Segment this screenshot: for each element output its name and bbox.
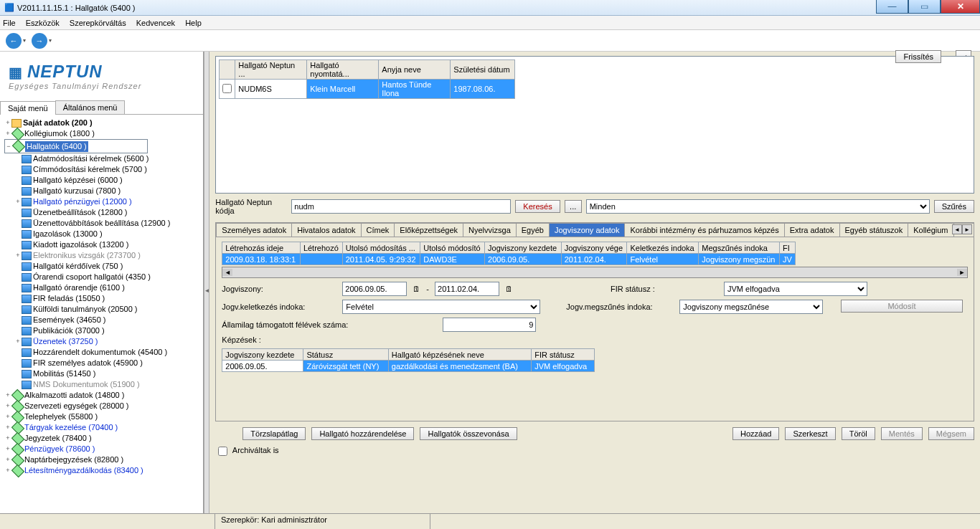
jogv-header[interactable]: Megszűnés indoka [699,242,780,254]
input-jogv-from[interactable] [342,282,407,296]
tree-item[interactable]: Hallgató kurzusai (7800 ) [4,186,202,196]
tab-scroll-left[interactable]: ◄ [952,224,962,234]
select-fir[interactable]: JVM elfogadva [724,282,867,296]
tree-item[interactable]: −Hallgatók (5400 ) [4,139,148,153]
tree-item[interactable]: Üzenetbeállítások (12800 ) [4,207,202,218]
tree-item[interactable]: +Naptárbejegyzések (82800 ) [4,454,202,465]
tree-item[interactable]: +Saját adatok (200 ) [4,118,202,128]
tree-item[interactable]: Külföldi tanulmányok (20500 ) [4,304,202,315]
kepz-header[interactable]: Jogviszony kezdete [222,349,303,361]
tree-item[interactable]: +Jegyzetek (78400 ) [4,433,202,444]
tree-item[interactable]: +Telephelyek (55800 ) [4,411,202,422]
tree-item[interactable]: +Kollégiumok (1800 ) [4,128,202,139]
scroll-right-icon[interactable]: ► [957,269,967,276]
tree-item[interactable]: +Elektronikus vizsgák (273700 ) [4,250,202,261]
detail-tab[interactable]: Jogviszony adatok [549,223,626,237]
detail-tab[interactable]: Hivatalos adatok [291,223,361,237]
nav-back-dropdown[interactable]: ▾ [23,37,26,44]
tree-item[interactable]: Hallgatói kérdőívek (750 ) [4,261,202,272]
edit-button[interactable]: Szerkeszt [785,427,835,440]
tree-item[interactable]: Hozzárendelt dokumentumok (45400 ) [4,347,202,358]
osszevonas-button[interactable]: Hallgatók összevonása [420,427,517,440]
search-more-button[interactable]: ... [565,200,582,213]
minimize-button[interactable]: — [876,0,908,14]
select-megszunes[interactable]: Jogviszony megszűnése [679,300,823,314]
jogv-header[interactable]: Jogviszony kezdete [485,242,562,254]
tab-own-menu[interactable]: Saját menü [0,101,56,115]
jogv-header[interactable]: Létrehozás ideje [222,242,301,254]
tree-item[interactable]: Hallgató képzései (6000 ) [4,175,202,186]
detail-tab[interactable]: Egyéb [516,223,550,237]
tree-item[interactable]: Igazolások (13000 ) [4,229,202,239]
tab-general-menu[interactable]: Általános menü [55,100,126,114]
kepz-header[interactable]: FIR státusz [532,349,595,361]
kepz-header[interactable]: Státusz [303,349,388,361]
jogv-header[interactable]: FI [780,242,796,254]
menu-help[interactable]: Help [185,19,202,27]
menu-fav[interactable]: Kedvencek [136,19,175,27]
torzslap-button[interactable]: Törzslapátlag [242,427,306,440]
scroll-left-icon[interactable]: ◄ [222,269,232,276]
tree-item[interactable]: Mobilitás (51450 ) [4,368,202,379]
splitter[interactable]: ◄ [204,52,209,529]
jogv-header[interactable]: Jogviszony vége [561,242,627,254]
tree-item[interactable]: Kiadott igazolások (13200 ) [4,239,202,250]
detail-tab[interactable]: Kollégium [908,223,953,237]
jogv-header[interactable]: Létrehozó [300,242,342,254]
tree-item[interactable]: +Alkalmazotti adatok (14800 ) [4,390,202,401]
archive-checkbox[interactable] [218,447,227,456]
detail-tab[interactable]: Nyelvvizsga [463,223,517,237]
hozzarendeles-button[interactable]: Hallgató hozzárendelése [311,427,414,440]
row-checkbox[interactable] [222,84,232,93]
detail-tab[interactable]: Egyéb státuszok [839,223,909,237]
col-birth[interactable]: Születési dátum [451,60,515,80]
jogviszony-row[interactable]: 2009.03.18. 18:33:12011.04.05. 9:29:32DA… [222,254,796,265]
input-jogv-to[interactable] [435,282,499,296]
refresh-button[interactable]: Frissítés [895,50,941,63]
nav-forward-dropdown[interactable]: ▾ [49,37,52,44]
tree-item[interactable]: +Szervezeti egységek (28000 ) [4,401,202,411]
cal-icon[interactable]: 🗓 [505,285,513,293]
filter-dropdown[interactable]: Minden [586,199,930,214]
tree-item[interactable]: Publikációk (37000 ) [4,325,202,336]
jogv-header[interactable]: Keletkezés indoka [627,242,699,254]
detail-tab[interactable]: Címek [361,223,395,237]
kepzesek-grid[interactable]: Jogviszony kezdeteStátuszHallgató képzés… [222,348,968,372]
detail-tab[interactable]: Személyes adatok [216,223,292,237]
menu-tools[interactable]: Eszközök [26,19,60,27]
horizontal-scrollbar[interactable]: ◄► [222,267,968,278]
jogviszony-grid[interactable]: Létrehozás idejeLétrehozóUtolsó módosítá… [222,242,968,265]
students-grid[interactable]: Hallgató Neptun ... Hallgató nyomtatá...… [215,56,974,194]
maximize-button[interactable]: ▭ [908,0,941,14]
cal-icon[interactable]: 🗓 [413,285,420,293]
col-mother[interactable]: Anyja neve [379,60,451,80]
menu-role[interactable]: Szerepkörváltás [70,19,126,27]
close-button[interactable]: ✕ [941,0,980,14]
jogv-header[interactable]: Utolsó módosítás ... [342,242,420,254]
nav-forward-button[interactable]: → [32,33,47,49]
search-button[interactable]: Keresés [515,200,560,213]
tree-item[interactable]: +Üzenetek (37250 ) [4,336,202,347]
search-input[interactable] [291,199,511,214]
jogv-header[interactable]: Utolsó módosító [420,242,485,254]
kepzesek-row[interactable]: 2006.09.05.Záróvizsgát tett (NY)gazdálko… [222,361,595,372]
input-allamilag[interactable] [443,318,536,332]
col-neptun[interactable]: Hallgató Neptun ... [235,60,307,80]
tree-item[interactable]: Események (34650 ) [4,315,202,325]
nav-back-button[interactable]: ← [6,33,22,49]
tree-item[interactable]: Üzenettovábbítások beállítása (12900 ) [4,218,202,229]
detail-tab[interactable]: Korábbi intézmény és párhuzamos képzés [624,223,784,237]
col-printname[interactable]: Hallgató nyomtatá... [307,60,379,80]
sidebar-tree[interactable]: +Saját adatok (200 )+Kollégiumok (1800 )… [0,115,203,502]
tree-item[interactable]: Címmódosítási kérelmek (5700 ) [4,164,202,175]
tree-item[interactable]: Hallgató órarendje (6100 ) [4,282,202,293]
filter-button[interactable]: Szűrés [934,200,974,213]
kepz-header[interactable]: Hallgató képzésének neve [388,349,531,361]
delete-button[interactable]: Töröl [842,427,875,440]
tab-scroll-right[interactable]: ► [962,224,972,234]
add-button[interactable]: Hozzáad [732,427,779,440]
detail-tab[interactable]: Előképzettségek [394,223,463,237]
tree-item[interactable]: Adatmódosítási kérelmek (5600 ) [4,153,202,164]
tree-item[interactable]: +Tárgyak kezelése (70400 ) [4,422,202,433]
tree-item[interactable]: FIR feladás (15050 ) [4,293,202,304]
